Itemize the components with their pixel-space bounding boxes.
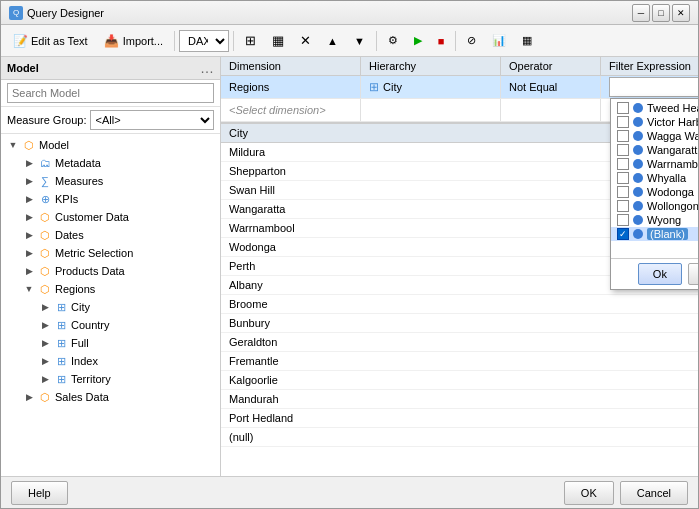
checkbox-wodonga[interactable] — [617, 186, 629, 198]
tree-item-metric[interactable]: ▶ ⬡ Metric Selection — [1, 244, 220, 262]
toolbar-sep-3 — [376, 31, 377, 51]
main-content: Model … Measure Group: <All> ▼ ⬡ — [1, 57, 698, 476]
expand-regions[interactable]: ▼ — [21, 284, 37, 294]
tree-item-index[interactable]: ▶ ⊞ Index — [1, 352, 220, 370]
tree-label-territory: Territory — [71, 373, 111, 385]
expand-sales[interactable]: ▶ — [21, 392, 37, 402]
data-row-fremantle: Fremantle — [221, 352, 698, 371]
checkbox-victor[interactable] — [617, 116, 629, 128]
tree-item-dates[interactable]: ▶ ⬡ Dates — [1, 226, 220, 244]
tree-item-regions[interactable]: ▼ ⬡ Regions — [1, 280, 220, 298]
help-button[interactable]: Help — [11, 481, 68, 505]
search-input[interactable] — [7, 83, 214, 103]
dot-wagga — [633, 131, 643, 141]
checkbox-blank[interactable] — [617, 228, 629, 240]
expand-measures[interactable]: ▶ — [21, 176, 37, 186]
filter-dropdown-1[interactable] — [609, 77, 698, 97]
tree-item-customer[interactable]: ▶ ⬡ Customer Data — [1, 208, 220, 226]
tree-item-model[interactable]: ▼ ⬡ Model — [1, 136, 220, 154]
measure-group-select[interactable]: <All> — [90, 110, 214, 130]
panel-menu-button[interactable]: … — [200, 60, 214, 76]
edit-as-text-button[interactable]: 📝 Edit as Text — [5, 29, 95, 53]
title-bar: Q Query Designer ─ □ ✕ — [1, 1, 698, 25]
popup-cancel-button[interactable]: Cancel — [688, 263, 698, 285]
expand-country[interactable]: ▶ — [37, 320, 53, 330]
dax-select[interactable]: DAX MDX — [179, 30, 229, 52]
checkbox-tweed[interactable] — [617, 102, 629, 114]
label-wodonga: Wodonga — [647, 186, 694, 198]
import-button[interactable]: 📥 Import... — [97, 29, 170, 53]
checkbox-wollongon[interactable] — [617, 200, 629, 212]
maximize-button[interactable]: □ — [652, 4, 670, 22]
popup-item-wangaratt[interactable]: Wangaratt — [611, 143, 698, 157]
tree-item-sales[interactable]: ▶ ⬡ Sales Data — [1, 388, 220, 406]
popup-item-wollongon[interactable]: Wollongon — [611, 199, 698, 213]
cell-add-dimension[interactable]: <Select dimension> — [221, 99, 361, 121]
ok-button[interactable]: OK — [564, 481, 614, 505]
tree-item-city[interactable]: ▶ ⊞ City — [1, 298, 220, 316]
tree-item-kpis[interactable]: ▶ ⊕ KPIs — [1, 190, 220, 208]
delete-button[interactable]: ✕ — [293, 29, 318, 53]
add-column-button[interactable]: ▦ — [265, 29, 291, 53]
expand-territory[interactable]: ▶ — [37, 374, 53, 384]
tree-item-country[interactable]: ▶ ⊞ Country — [1, 316, 220, 334]
chart-button[interactable]: 📊 — [485, 29, 513, 53]
filter-popup: Tweed Hea Victor Harb — [610, 98, 698, 290]
expand-metric[interactable]: ▶ — [21, 248, 37, 258]
checkbox-wyong[interactable] — [617, 214, 629, 226]
auto-icon: ⚙ — [388, 34, 398, 47]
cell-operator-1[interactable]: Not Equal — [501, 76, 601, 98]
popup-item-wodonga[interactable]: Wodonga — [611, 185, 698, 199]
expand-model[interactable]: ▼ — [5, 140, 21, 150]
tree-label-city: City — [71, 301, 90, 313]
add-table-icon: ⊞ — [245, 33, 256, 48]
label-wollongon: Wollongon — [647, 200, 698, 212]
show-empty-button[interactable]: ⊘ — [460, 29, 483, 53]
cancel-run-button[interactable]: ■ — [431, 29, 452, 53]
popup-ok-button[interactable]: Ok — [638, 263, 682, 285]
move-down-button[interactable]: ▼ — [347, 29, 372, 53]
tree-item-products[interactable]: ▶ ⬡ Products Data — [1, 262, 220, 280]
popup-item-warrnambc[interactable]: Warrnambc — [611, 157, 698, 171]
tree-item-full[interactable]: ▶ ⊞ Full — [1, 334, 220, 352]
expand-city[interactable]: ▶ — [37, 302, 53, 312]
add-column-icon: ▦ — [272, 33, 284, 48]
cancel-button[interactable]: Cancel — [620, 481, 688, 505]
expand-dates[interactable]: ▶ — [21, 230, 37, 240]
close-button[interactable]: ✕ — [672, 4, 690, 22]
data-row-porthedland: Port Hedland — [221, 409, 698, 428]
popup-item-wagga[interactable]: Wagga Wa — [611, 129, 698, 143]
add-table-button[interactable]: ⊞ — [238, 29, 263, 53]
expand-customer[interactable]: ▶ — [21, 212, 37, 222]
popup-item-blank[interactable]: (Blank) — [611, 227, 698, 241]
table-view-button[interactable]: ▦ — [515, 29, 539, 53]
popup-item-tweed[interactable]: Tweed Hea — [611, 101, 698, 115]
tree-item-metadata[interactable]: ▶ 🗂 Metadata — [1, 154, 220, 172]
metric-icon: ⬡ — [37, 246, 53, 260]
expand-products[interactable]: ▶ — [21, 266, 37, 276]
popup-item-victor[interactable]: Victor Harb — [611, 115, 698, 129]
cell-filter-1[interactable]: Tweed Hea Victor Harb — [601, 76, 698, 98]
checkbox-warrnambc[interactable] — [617, 158, 629, 170]
checkbox-wagga[interactable] — [617, 130, 629, 142]
popup-item-wyong[interactable]: Wyong — [611, 213, 698, 227]
run-button[interactable]: ▶ — [407, 29, 429, 53]
cell-dimension-1[interactable]: Regions — [221, 76, 361, 98]
checkbox-wangaratt[interactable] — [617, 144, 629, 156]
expand-metadata[interactable]: ▶ — [21, 158, 37, 168]
auto-execute-button[interactable]: ⚙ — [381, 29, 405, 53]
tree-label-dates: Dates — [55, 229, 84, 241]
expand-full[interactable]: ▶ — [37, 338, 53, 348]
tree-item-measures[interactable]: ▶ ∑ Measures — [1, 172, 220, 190]
expand-index[interactable]: ▶ — [37, 356, 53, 366]
cell-hierarchy-1[interactable]: ⊞ City — [361, 76, 501, 98]
tree-item-territory[interactable]: ▶ ⊞ Territory — [1, 370, 220, 388]
dot-whyalla — [633, 173, 643, 183]
cell-add-op — [501, 99, 601, 121]
data-row-mandurah: Mandurah — [221, 390, 698, 409]
expand-kpis[interactable]: ▶ — [21, 194, 37, 204]
popup-item-whyalla[interactable]: Whyalla — [611, 171, 698, 185]
checkbox-whyalla[interactable] — [617, 172, 629, 184]
minimize-button[interactable]: ─ — [632, 4, 650, 22]
move-up-button[interactable]: ▲ — [320, 29, 345, 53]
